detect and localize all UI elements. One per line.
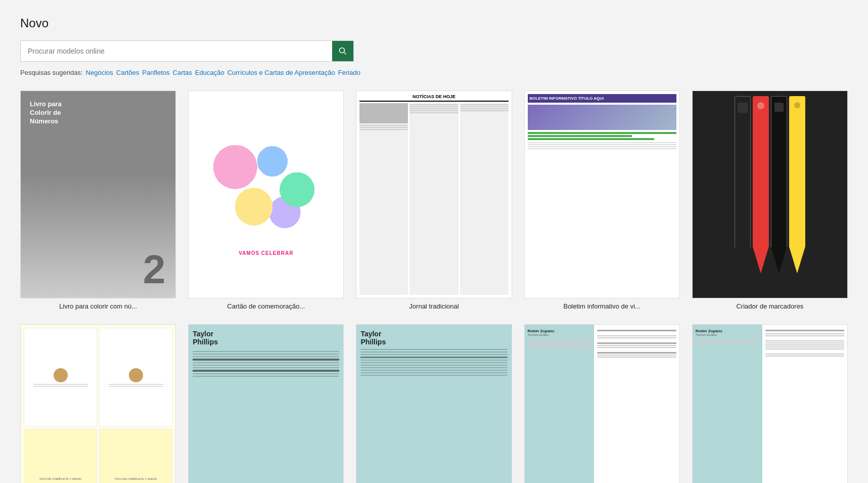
template-card[interactable]: VAMOS CELEBRAR Cartão de comemoração... bbox=[188, 91, 344, 310]
template-cover-letter[interactable]: TaylorPhillips Carta de apresentação ele… bbox=[356, 324, 512, 483]
templates-grid: Livro paraColorir deNúmeros 2 Livro para… bbox=[20, 91, 848, 483]
suggested-item-panfletos[interactable]: Panfletos bbox=[142, 69, 169, 76]
suggested-item-educacao[interactable]: Educação bbox=[195, 69, 224, 76]
search-input[interactable] bbox=[21, 42, 332, 60]
template-postcards[interactable]: TAYLOR COMPLETA 7 ANOS! TAYLOR COMPLETA … bbox=[20, 324, 176, 483]
template-bookmarks[interactable]: Criador de marcadores bbox=[692, 91, 848, 310]
suggested-item-feriado[interactable]: Feriado bbox=[338, 69, 360, 76]
template-newspaper[interactable]: NOTÍCIAS DE HOJE Jorna bbox=[356, 91, 512, 310]
suggested-item-cartoes[interactable]: Cartões bbox=[116, 69, 140, 76]
suggested-item-curriculos[interactable]: Currículos e Cartas de Apresentação bbox=[227, 69, 335, 76]
suggested-searches: Pesquisas sugeridas: Negócios Cartões Pa… bbox=[20, 69, 848, 76]
template-cover2[interactable]: Robin Zupanc Técnico jurídico Carta de a… bbox=[692, 324, 848, 483]
page-title: Novo bbox=[20, 16, 848, 30]
suggested-item-negocios[interactable]: Negócios bbox=[86, 69, 113, 76]
template-bulletin[interactable]: BOLETIM INFORMATIVO TÍTULO AQUI Boletim … bbox=[524, 91, 680, 310]
template-coloring[interactable]: Livro paraColorir deNúmeros 2 Livro para… bbox=[20, 91, 176, 310]
template-cv-clean[interactable]: TaylorPhillips Currículo elegante e limp… bbox=[188, 324, 344, 483]
suggested-label: Pesquisas sugeridas: bbox=[20, 69, 83, 76]
search-button[interactable] bbox=[332, 41, 353, 61]
suggested-item-cartas[interactable]: Cartas bbox=[173, 69, 192, 76]
svg-line-1 bbox=[344, 53, 346, 55]
svg-point-0 bbox=[340, 48, 345, 53]
search-bar bbox=[20, 40, 354, 62]
template-cv-impact[interactable]: Robin Zupanc Técnico jurídico bbox=[524, 324, 680, 483]
